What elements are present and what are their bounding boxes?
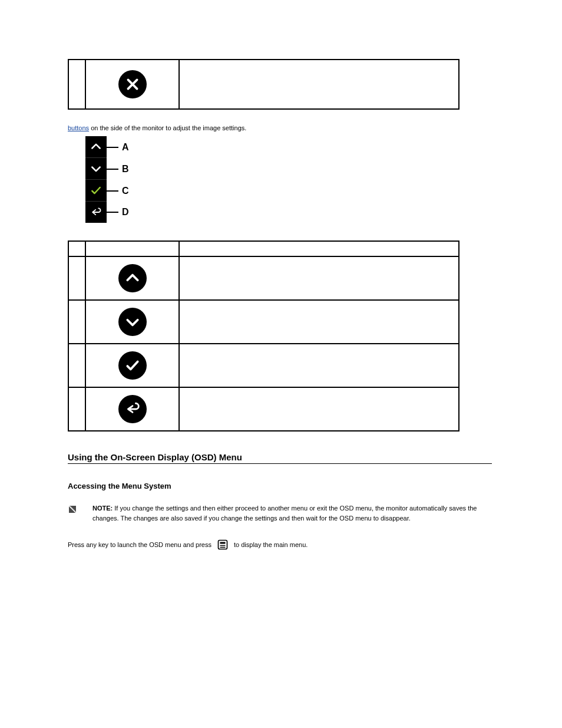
cell-index-d <box>68 387 85 431</box>
cell-icon-b <box>85 300 179 344</box>
cell-desc-c <box>179 344 459 387</box>
intro-text: buttons on the side of the monitor to ad… <box>68 124 494 131</box>
note-label: NOTE: <box>92 505 113 512</box>
cell-icon-c <box>85 344 179 387</box>
panel-label-d: D <box>122 207 129 218</box>
chevron-down-icon <box>118 308 147 336</box>
exit-icon <box>118 70 147 98</box>
panel-button-up <box>85 136 107 158</box>
panel-button-down <box>85 158 107 180</box>
cell-desc-a <box>179 256 459 300</box>
side-panel-button-table <box>68 241 459 431</box>
panel-label-a: A <box>122 142 129 153</box>
note-icon <box>68 505 77 514</box>
cell-index-a <box>68 256 85 300</box>
cell-desc-b <box>179 300 459 344</box>
th-icon <box>85 241 179 256</box>
panel-label-c: C <box>122 186 129 196</box>
front-panel-cell-desc <box>179 60 459 109</box>
panel-label-b: B <box>122 164 129 174</box>
cell-index-b <box>68 300 85 344</box>
panel-button-ok <box>85 180 107 202</box>
menu-button-icon <box>217 539 228 550</box>
osd-section-heading: Using the On-Screen Display (OSD) Menu <box>68 452 492 464</box>
step-1-after: to display the main menu. <box>234 541 308 548</box>
note-block: NOTE: If you change the settings and the… <box>68 503 492 523</box>
th-desc <box>179 241 459 256</box>
step-1-before: Press any key to launch the OSD menu and… <box>68 541 211 548</box>
buttons-link[interactable]: buttons <box>68 124 89 131</box>
check-icon <box>118 351 147 380</box>
chevron-up-icon <box>118 264 147 292</box>
cell-index-c <box>68 344 85 387</box>
note-body: If you change the settings and then eith… <box>92 505 477 522</box>
th-index <box>68 241 85 256</box>
step-1: Press any key to launch the OSD menu and… <box>68 539 494 550</box>
front-panel-cell-icon <box>85 60 179 109</box>
cell-desc-d <box>179 387 459 431</box>
cell-icon-a <box>85 256 179 300</box>
accessing-menu-heading: Accessing the Menu System <box>68 482 494 490</box>
front-panel-cell-index <box>68 60 85 109</box>
front-panel-table-continued <box>68 59 459 110</box>
svg-rect-1 <box>220 542 225 544</box>
cell-icon-d <box>85 387 179 431</box>
back-icon <box>118 395 147 423</box>
side-panel-illustration: A B C D <box>85 136 494 223</box>
panel-button-back <box>85 202 107 223</box>
intro-suffix: on the side of the monitor to adjust the… <box>89 124 246 131</box>
